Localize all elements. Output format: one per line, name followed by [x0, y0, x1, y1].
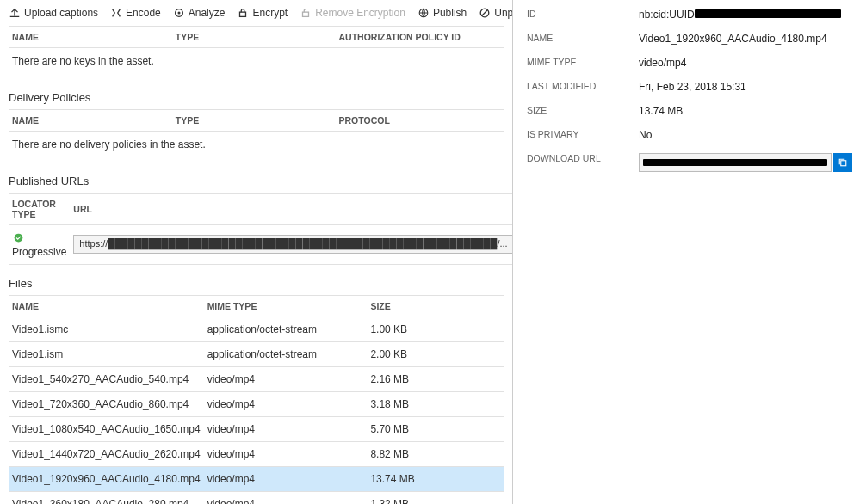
- col-name: NAME: [9, 27, 172, 48]
- col-name: NAME: [9, 110, 172, 132]
- file-size: 2.00 KB: [367, 341, 504, 366]
- download-url-input[interactable]: [639, 153, 832, 172]
- table-row[interactable]: Video1_540x270_AACAudio_540.mp4video/mp4…: [9, 366, 504, 391]
- toolbar-label: Publish: [433, 7, 467, 19]
- col-mime: MIME TYPE: [204, 295, 368, 317]
- table-row[interactable]: Video1_720x360_AACAudio_860.mp4video/mp4…: [9, 391, 504, 416]
- detail-mime: MIME TYPE video/mp4: [527, 57, 852, 69]
- svg-rect-8: [841, 161, 846, 166]
- toolbar-label: Encrypt: [252, 7, 288, 19]
- file-mime: application/octet-stream: [204, 317, 368, 341]
- table-row[interactable]: Video1_360x180_AACAudio_280.mp4video/mp4…: [9, 491, 504, 504]
- col-size: SIZE: [367, 295, 504, 317]
- redacted-id: [695, 9, 841, 18]
- detail-download: DOWNLOAD URL: [527, 153, 852, 172]
- file-name: Video1_360x180_AACAudio_280.mp4: [9, 491, 204, 504]
- detail-modified: LAST MODIFIED Fri, Feb 23, 2018 15:31: [527, 81, 852, 93]
- col-name: NAME: [9, 295, 204, 317]
- keys-empty-msg: There are no keys in the asset.: [9, 48, 504, 79]
- remove-encryption-button: Remove Encryption: [300, 7, 405, 19]
- delivery-title: Delivery Policies: [9, 91, 504, 104]
- file-mime: video/mp4: [204, 441, 368, 466]
- file-mime: video/mp4: [204, 416, 368, 441]
- col-protocol: PROTOCOL: [336, 110, 504, 132]
- svg-rect-3: [303, 12, 309, 16]
- encrypt-button[interactable]: Encrypt: [237, 7, 288, 19]
- analyze-button[interactable]: Analyze: [173, 7, 226, 19]
- delivery-empty-msg: There are no delivery policies in the as…: [9, 132, 504, 163]
- file-mime: video/mp4: [204, 391, 368, 416]
- copy-download-button[interactable]: [833, 153, 852, 172]
- detail-size: SIZE 13.74 MB: [527, 105, 852, 117]
- file-name: Video1.ismc: [9, 317, 204, 341]
- file-size: 8.82 MB: [367, 441, 504, 466]
- file-name: Video1_1080x540_AACAudio_1650.mp4: [9, 416, 204, 441]
- table-header-row: NAME MIME TYPE SIZE: [9, 295, 504, 317]
- right-detail-pane: ID nb:cid:UUID NAME Video1_1920x960_AACA…: [513, 0, 866, 504]
- published-title: Published URLs: [9, 175, 504, 187]
- file-name: Video1_1440x720_AACAudio_2620.mp4: [9, 441, 204, 466]
- detail-value: No: [639, 129, 852, 141]
- table-row[interactable]: Video1_1920x960_AACAudio_4180.mp4video/m…: [9, 466, 504, 491]
- table-row[interactable]: Video1.ismapplication/octet-stream2.00 K…: [9, 341, 504, 366]
- file-name: Video1_1920x960_AACAudio_4180.mp4: [9, 466, 204, 491]
- file-size: 1.32 MB: [367, 491, 504, 504]
- file-mime: video/mp4: [204, 491, 368, 504]
- table-header-row: NAME TYPE AUTHORIZATION POLICY ID: [9, 27, 504, 48]
- detail-label: LAST MODIFIED: [527, 81, 639, 91]
- url-box: https://████████████████████████████████…: [73, 235, 513, 254]
- upload-captions-button[interactable]: Upload captions: [9, 7, 98, 19]
- keys-table: NAME TYPE AUTHORIZATION POLICY ID: [9, 26, 504, 48]
- toolbar-label: Encode: [126, 7, 161, 19]
- file-mime: video/mp4: [204, 366, 368, 391]
- unlock-icon: [300, 7, 312, 19]
- published-url-row[interactable]: Progressive https://████████████████████…: [9, 225, 513, 265]
- detail-label: SIZE: [527, 105, 639, 115]
- file-mime: video/mp4: [204, 466, 368, 491]
- detail-value: [639, 153, 852, 172]
- detail-label: ID: [527, 9, 639, 19]
- detail-value: 13.74 MB: [639, 105, 852, 117]
- detail-value: video/mp4: [639, 57, 852, 69]
- detail-label: IS PRIMARY: [527, 129, 639, 139]
- files-table: NAME MIME TYPE SIZE Video1.ismcapplicati…: [9, 295, 504, 505]
- toolbar-label: Upload captions: [24, 7, 98, 19]
- redacted-url: [643, 159, 827, 166]
- toolbar-label: Unpublish: [494, 7, 513, 19]
- unpublish-button[interactable]: Unpublish: [479, 7, 513, 19]
- published-table: LOCATOR TYPE URL Progressive https://███…: [9, 193, 513, 265]
- file-size: 5.70 MB: [367, 416, 504, 441]
- publish-button[interactable]: Publish: [418, 7, 467, 19]
- lock-icon: [237, 7, 249, 19]
- encode-button[interactable]: Encode: [110, 7, 161, 19]
- svg-point-1: [178, 12, 180, 14]
- locator-type: Progressive: [12, 246, 66, 258]
- table-row[interactable]: Video1_1080x540_AACAudio_1650.mp4video/m…: [9, 416, 504, 441]
- url-input[interactable]: https://████████████████████████████████…: [73, 235, 513, 254]
- detail-primary: IS PRIMARY No: [527, 129, 852, 141]
- col-type: TYPE: [172, 110, 336, 132]
- file-size: 3.18 MB: [367, 391, 504, 416]
- file-name: Video1_540x270_AACAudio_540.mp4: [9, 366, 204, 391]
- detail-id: ID nb:cid:UUID: [527, 9, 852, 21]
- table-row[interactable]: Video1.ismcapplication/octet-stream1.00 …: [9, 317, 504, 341]
- detail-value: Fri, Feb 23, 2018 15:31: [639, 81, 852, 93]
- col-auth: AUTHORIZATION POLICY ID: [336, 27, 504, 48]
- table-row[interactable]: Video1_1440x720_AACAudio_2620.mp4video/m…: [9, 441, 504, 466]
- table-header-row: LOCATOR TYPE URL: [9, 194, 513, 225]
- file-size: 1.00 KB: [367, 317, 504, 341]
- svg-rect-2: [240, 12, 246, 16]
- left-pane: Upload captions Encode Analyze Encrypt R…: [0, 0, 513, 504]
- toolbar-label: Remove Encryption: [315, 7, 405, 19]
- detail-label: MIME TYPE: [527, 57, 639, 67]
- upload-icon: [9, 7, 21, 19]
- files-title: Files: [9, 277, 504, 290]
- col-locator: LOCATOR TYPE: [9, 194, 70, 225]
- globe-icon: [418, 7, 430, 19]
- col-type: TYPE: [172, 27, 336, 48]
- detail-label: DOWNLOAD URL: [527, 153, 639, 163]
- detail-value: nb:cid:UUID: [639, 9, 852, 21]
- analyze-icon: [173, 7, 185, 19]
- table-header-row: NAME TYPE PROTOCOL: [9, 110, 504, 132]
- toolbar-label: Analyze: [189, 7, 226, 19]
